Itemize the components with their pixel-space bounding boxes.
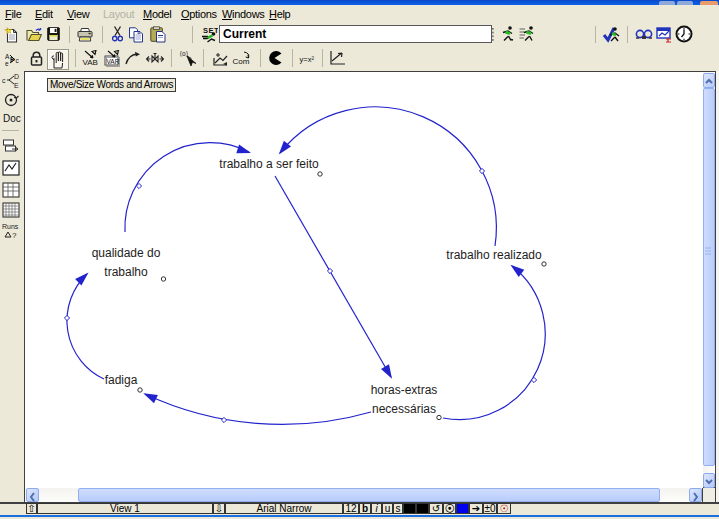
svg-text:?: ? [12,231,17,240]
svg-text:⟨ο⟩: ⟨ο⟩ [180,50,189,57]
svg-text:Runs: Runs [2,223,19,230]
svg-text:E: E [14,82,19,89]
svg-text:D: D [14,73,19,80]
svg-text:VAB: VAB [83,58,98,67]
svg-text:Com: Com [233,57,250,66]
svg-text:SET: SET [203,26,218,35]
svg-text:c: c [2,77,6,84]
svg-text:y=x²: y=x² [300,55,315,64]
svg-text:VAR: VAR [107,58,120,65]
